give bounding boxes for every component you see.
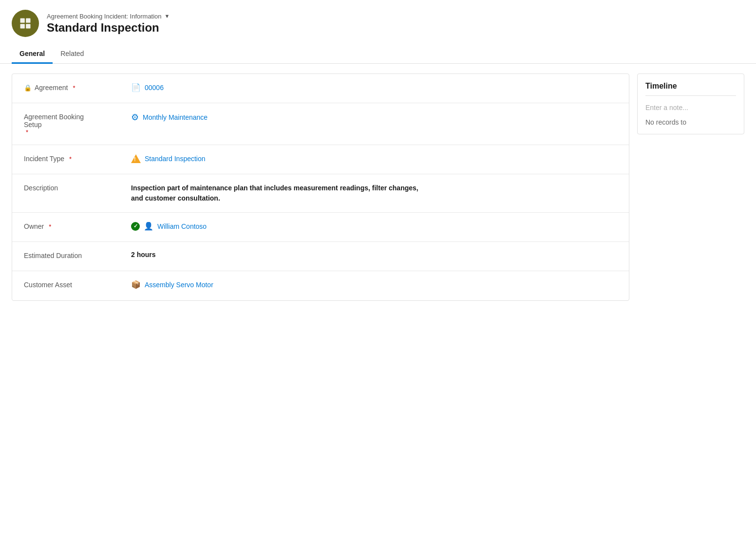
status-ok-icon — [131, 222, 140, 231]
field-label-asset: Customer Asset — [24, 280, 131, 289]
svg-rect-0 — [20, 18, 25, 23]
field-value-owner: 👤 William Contoso — [131, 221, 617, 231]
form-panel: 🔒 Agreement * 📄 00006 Agreement Booking … — [12, 74, 629, 301]
required-marker: * — [73, 84, 75, 92]
field-agreement: 🔒 Agreement * 📄 00006 — [12, 74, 629, 103]
timeline-no-records: No records to — [645, 118, 736, 126]
field-label-owner: Owner * — [24, 221, 131, 230]
field-value-description: Inspection part of maintenance plan that… — [131, 183, 617, 203]
field-value-agreement: 📄 00006 — [131, 83, 617, 92]
field-value-booking-setup: ⚙ Monthly Maintenance — [131, 112, 617, 123]
field-label-description: Description — [24, 183, 131, 192]
field-description: Description Inspection part of maintenan… — [12, 174, 629, 213]
main-content: 🔒 Agreement * 📄 00006 Agreement Booking … — [0, 74, 756, 301]
field-value-incident-type: Standard Inspection — [131, 154, 617, 164]
timeline-note-input[interactable]: Enter a note... — [645, 102, 736, 113]
page-header: Agreement Booking Incident: Information … — [0, 0, 756, 45]
svg-rect-3 — [26, 24, 30, 28]
field-owner: Owner * 👤 William Contoso — [12, 213, 629, 242]
svg-rect-1 — [26, 18, 30, 23]
field-booking-setup: Agreement Booking Setup * ⚙ Monthly Main… — [12, 103, 629, 145]
lock-icon: 🔒 — [24, 84, 32, 92]
timeline-title: Timeline — [645, 82, 736, 96]
cube-icon: 📦 — [131, 280, 141, 289]
required-marker-booking: * — [26, 129, 127, 136]
required-marker-incident: * — [69, 155, 72, 163]
field-label-duration: Estimated Duration — [24, 251, 131, 259]
agreement-link[interactable]: 00006 — [145, 84, 164, 92]
field-label-incident-type: Incident Type * — [24, 154, 131, 163]
field-customer-asset: Customer Asset 📦 Assembly Servo Motor — [12, 271, 629, 300]
timeline-panel: Timeline Enter a note... No records to — [637, 74, 744, 134]
chevron-down-icon: ▼ — [165, 13, 170, 19]
person-icon: 👤 — [144, 221, 153, 231]
required-marker-owner: * — [49, 223, 51, 230]
description-text: Inspection part of maintenance plan that… — [131, 183, 423, 203]
tab-related[interactable]: Related — [53, 45, 92, 64]
breadcrumb[interactable]: Agreement Booking Incident: Information … — [47, 13, 170, 20]
app-avatar — [12, 10, 39, 37]
booking-icon: ⚙ — [131, 112, 139, 123]
field-value-duration: 2 hours — [131, 251, 617, 258]
field-label-agreement: 🔒 Agreement * — [24, 83, 131, 92]
incident-type-link[interactable]: Standard Inspection — [145, 155, 206, 163]
breadcrumb-text: Agreement Booking Incident: Information — [47, 13, 162, 20]
avatar-icon — [19, 17, 32, 30]
owner-link[interactable]: William Contoso — [157, 222, 207, 230]
field-value-asset: 📦 Assembly Servo Motor — [131, 280, 617, 289]
svg-rect-2 — [20, 24, 25, 28]
tab-general[interactable]: General — [12, 45, 53, 64]
header-text-container: Agreement Booking Incident: Information … — [47, 13, 170, 35]
field-label-booking-setup: Agreement Booking Setup * — [24, 112, 131, 136]
field-incident-type: Incident Type * Standard Inspection — [12, 145, 629, 174]
booking-setup-link[interactable]: Monthly Maintenance — [143, 113, 208, 121]
asset-link[interactable]: Assembly Servo Motor — [145, 281, 213, 289]
field-estimated-duration: Estimated Duration 2 hours — [12, 242, 629, 271]
page-title: Standard Inspection — [47, 21, 170, 35]
warning-icon — [131, 154, 141, 164]
tabs-bar: General Related — [0, 45, 756, 64]
duration-value: 2 hours — [131, 251, 156, 258]
doc-icon: 📄 — [131, 83, 141, 92]
